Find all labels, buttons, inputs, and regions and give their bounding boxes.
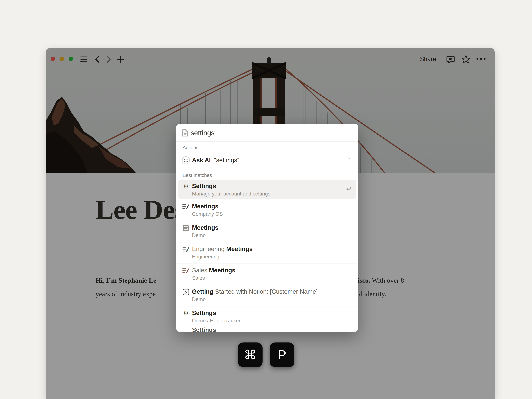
search-input-row [176,124,358,142]
page-icon [182,129,188,136]
search-result-settings-habit-tracker[interactable]: ⚙ Settings Demo / Habit Tracker [176,306,358,326]
search-result-engineering-meetings[interactable]: Engineering Meetings Engineering [176,242,358,264]
search-input[interactable] [190,129,329,137]
gear-icon: ⚙ [182,310,190,317]
search-result-settings-partial[interactable]: Settings [176,326,358,332]
search-modal: Actions Ask AI “settings” ↑ Best matches… [176,124,358,332]
notion-logo-icon: N [182,288,190,296]
enter-icon [345,186,351,192]
meeting-notes-icon [182,203,190,210]
search-result-sales-meetings[interactable]: Sales Meetings Sales [176,264,358,285]
ai-face-icon [182,156,190,165]
ask-ai-row[interactable]: Ask AI “settings” ↑ [176,152,358,169]
meeting-notes-icon [182,246,190,253]
arrow-up-icon: ↑ [346,156,351,163]
search-result-meetings-demo[interactable]: Meetings Demo [176,221,358,242]
p-keycap: P [270,342,294,367]
search-result-settings[interactable]: ⚙ Settings Manage your account and setti… [176,180,358,200]
search-result-getting-started[interactable]: N Getting Started with Notion: [Customer… [176,285,358,306]
section-label-best-matches: Best matches [183,172,212,178]
svg-text:N: N [184,290,188,295]
search-result-meetings-companyos[interactable]: Meetings Company OS [176,200,358,221]
gear-icon: ⚙ [182,183,190,190]
cmd-keycap: ⌘ [238,342,263,367]
note-card-icon [182,224,190,232]
section-label-actions: Actions [183,145,198,150]
meeting-notes-icon [182,267,190,274]
